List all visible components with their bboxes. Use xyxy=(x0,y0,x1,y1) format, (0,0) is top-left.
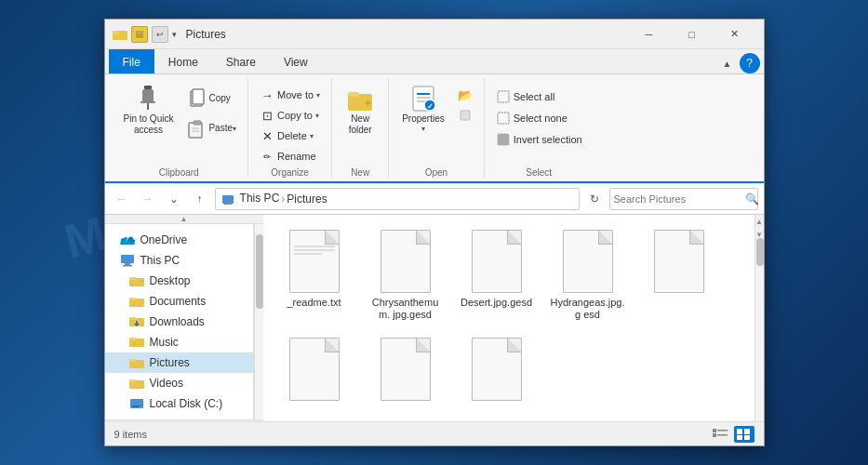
svg-rect-58 xyxy=(744,435,750,440)
right-scrollbar[interactable]: ▲ ▼ xyxy=(754,215,764,421)
forward-button[interactable]: → xyxy=(137,188,159,210)
file-page xyxy=(654,230,704,293)
list-item[interactable] xyxy=(637,224,721,325)
ribbon-tabs: File Home Share View ▲ ? xyxy=(105,49,764,74)
sidebar-scroll-thumb[interactable] xyxy=(256,234,263,309)
list-item[interactable]: Desert.jpg.gesd xyxy=(455,224,539,325)
tab-file[interactable]: File xyxy=(109,49,154,73)
select-all-button[interactable]: Select all xyxy=(492,87,586,106)
sidebar-item-downloads[interactable]: Downloads xyxy=(105,312,253,332)
open-button[interactable]: 📂 xyxy=(454,86,476,104)
sidebar-item-thispc[interactable]: This PC xyxy=(105,250,253,271)
svg-rect-4 xyxy=(138,31,141,33)
open-label: Open xyxy=(396,166,476,178)
new-folder-button[interactable]: + Newfolder xyxy=(340,82,381,138)
new-buttons: + Newfolder xyxy=(340,78,381,166)
move-to-button[interactable]: → Move to ▾ xyxy=(256,86,324,104)
svg-rect-26 xyxy=(498,113,509,124)
svg-rect-32 xyxy=(121,255,134,263)
minimize-button[interactable]: ─ xyxy=(628,20,671,49)
scroll-thumb[interactable] xyxy=(756,238,764,266)
details-view-button[interactable] xyxy=(710,426,730,443)
sidebar-item-documents[interactable]: Documents xyxy=(105,291,253,312)
recent-locations-button[interactable]: ⌄ xyxy=(163,188,185,210)
sidebar-item-videos[interactable]: Videos xyxy=(105,373,253,393)
properties-button[interactable]: ✓ Properties ▾ xyxy=(396,82,450,135)
list-item[interactable]: Hydrangeas.jpg.g esd xyxy=(546,224,630,325)
sidebar-item-desktop[interactable]: Desktop xyxy=(105,271,253,291)
path-part-thispc[interactable]: This PC xyxy=(221,192,280,206)
list-item[interactable]: _readme.txt xyxy=(273,224,356,325)
sidebar-scroll-up[interactable]: ▲ xyxy=(105,215,263,224)
file-icon xyxy=(287,228,342,295)
ribbon-collapse-button[interactable]: ▲ xyxy=(719,57,736,71)
svg-rect-38 xyxy=(129,298,136,300)
clipboard-label: Clipboard xyxy=(118,166,241,178)
svg-rect-54 xyxy=(717,434,728,436)
list-item[interactable] xyxy=(364,332,447,408)
qat-undo-button[interactable]: ↩ xyxy=(152,26,168,43)
scroll-up-arrow[interactable]: ▲ xyxy=(755,215,764,228)
clipboard-buttons: Pin to Quickaccess Copy xyxy=(118,78,241,166)
address-path[interactable]: This PC › Pictures xyxy=(215,188,580,210)
status-bar: 9 items xyxy=(105,421,764,445)
copy-to-button[interactable]: ⊡ Copy to ▾ xyxy=(256,106,324,125)
svg-rect-7 xyxy=(147,102,149,110)
qat-save-button[interactable] xyxy=(131,26,148,43)
up-button[interactable]: ↑ xyxy=(189,188,211,210)
copy-button[interactable]: Copy xyxy=(182,86,240,112)
close-button[interactable]: ✕ xyxy=(714,20,756,49)
svg-rect-12 xyxy=(194,121,201,125)
delete-button[interactable]: ✕ Delete ▾ xyxy=(256,126,324,145)
svg-rect-16 xyxy=(348,92,359,97)
tab-share[interactable]: Share xyxy=(212,49,270,73)
invert-selection-button[interactable]: Invert selection xyxy=(492,130,586,149)
sidebar-item-music[interactable]: ♪ Music xyxy=(105,332,253,352)
back-button[interactable]: ← xyxy=(111,188,133,210)
file-page xyxy=(472,230,522,293)
edit-button[interactable] xyxy=(454,106,476,125)
sidebar-item-pictures[interactable]: Pictures xyxy=(105,352,253,373)
properties-button-label: Properties xyxy=(402,113,445,125)
maximize-button[interactable]: □ xyxy=(671,20,714,49)
select-label: Select xyxy=(492,166,586,178)
paste-button[interactable]: Paste ▾ xyxy=(182,115,240,141)
ribbon-help-button[interactable]: ? xyxy=(740,53,760,73)
svg-rect-34 xyxy=(123,265,132,267)
list-item[interactable]: Chrysanthemum. jpg.gesd xyxy=(364,224,447,325)
copy-to-icon: ⊡ xyxy=(260,108,274,123)
tab-view[interactable]: View xyxy=(270,49,322,73)
select-all-icon xyxy=(496,89,511,104)
organize-buttons: → Move to ▾ ⊡ Copy to ▾ ✕ Delete ▾ xyxy=(256,78,324,166)
rename-button[interactable]: ✏ Rename xyxy=(256,147,324,166)
svg-rect-30 xyxy=(224,204,232,205)
file-explorer-window: ↩ ▾ Pictures ─ □ ✕ File Home Share View … xyxy=(104,19,765,446)
list-item[interactable] xyxy=(455,332,539,408)
sidebar-scrollbar[interactable] xyxy=(254,224,263,419)
paste-icon xyxy=(186,117,208,140)
path-part-pictures[interactable]: Pictures xyxy=(287,193,327,206)
copy-paste-buttons: Copy Paste ▾ xyxy=(182,82,240,141)
file-name: Chrysanthemum. jpg.gesd xyxy=(367,297,444,321)
sidebar-item-localdisk[interactable]: Local Disk (C:) xyxy=(105,393,253,414)
search-box[interactable]: 🔍 xyxy=(609,188,758,210)
new-folder-icon: + xyxy=(345,84,375,113)
tab-home[interactable]: Home xyxy=(154,49,212,73)
sidebar-item-onedrive[interactable]: OneDrive xyxy=(105,230,253,250)
properties-icon: ✓ xyxy=(408,84,438,113)
music-label: Music xyxy=(150,336,179,349)
select-none-button[interactable]: Select none xyxy=(492,109,586,127)
videos-label: Videos xyxy=(150,377,183,390)
qat-dropdown-arrow[interactable]: ▾ xyxy=(172,30,177,39)
search-input[interactable] xyxy=(614,193,742,205)
large-icons-view-button[interactable] xyxy=(734,426,754,443)
pin-icon xyxy=(133,84,163,113)
copy-button-label: Copy xyxy=(208,93,230,104)
pin-button-label: Pin to Quickaccess xyxy=(124,113,174,136)
paste-dropdown-arrow: ▾ xyxy=(233,125,236,133)
localdisk-label: Local Disk (C:) xyxy=(150,397,223,410)
list-item[interactable] xyxy=(273,332,356,408)
refresh-button[interactable]: ↻ xyxy=(583,188,606,210)
file-icon xyxy=(469,336,525,403)
pin-to-quick-access-button[interactable]: Pin to Quickaccess xyxy=(118,82,180,138)
